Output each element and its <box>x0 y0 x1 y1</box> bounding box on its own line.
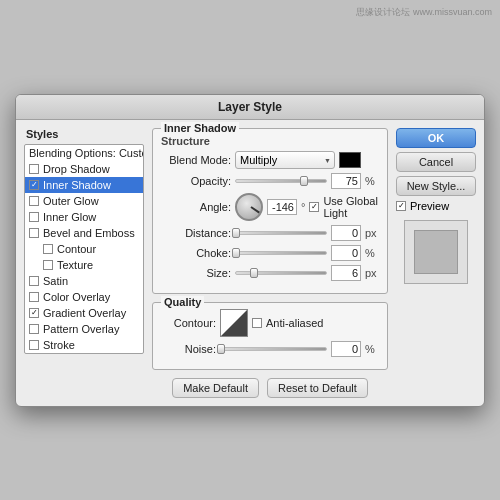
layer-style-dialog: Layer Style Styles Blending Options: Cus… <box>15 94 485 407</box>
outer-glow-checkbox[interactable] <box>29 196 39 206</box>
color-overlay-checkbox[interactable] <box>29 292 39 302</box>
satin-label: Satin <box>43 275 68 287</box>
blend-mode-row: Blend Mode: Multiply <box>161 151 379 169</box>
pattern-overlay-label: Pattern Overlay <box>43 323 119 335</box>
preview-row: Preview <box>396 200 476 212</box>
new-style-button[interactable]: New Style... <box>396 176 476 196</box>
anti-alias-checkbox[interactable] <box>252 318 262 328</box>
style-item-stroke[interactable]: Stroke <box>25 337 143 353</box>
size-label: Size: <box>161 267 231 279</box>
style-item-color-overlay[interactable]: Color Overlay <box>25 289 143 305</box>
stroke-checkbox[interactable] <box>29 340 39 350</box>
angle-input[interactable] <box>267 199 297 215</box>
dial-line <box>250 206 259 213</box>
blending-label: Blending Options: Custom <box>29 147 144 159</box>
inner-shadow-section-title: Inner Shadow <box>161 122 239 134</box>
blend-mode-label: Blend Mode: <box>161 154 231 166</box>
stroke-label: Stroke <box>43 339 75 351</box>
angle-label: Angle: <box>161 201 231 213</box>
size-slider[interactable] <box>235 271 327 275</box>
inner-shadow-section: Inner Shadow Structure Blend Mode: Multi… <box>152 128 388 294</box>
blend-mode-select-wrapper[interactable]: Multiply <box>235 151 335 169</box>
quality-section-title: Quality <box>161 296 204 308</box>
size-unit: px <box>365 267 379 279</box>
opacity-label: Opacity: <box>161 175 231 187</box>
opacity-slider[interactable] <box>235 179 327 183</box>
anti-alias-label: Anti-aliased <box>266 317 323 329</box>
drop-shadow-checkbox[interactable] <box>29 164 39 174</box>
style-item-outer-glow[interactable]: Outer Glow <box>25 193 143 209</box>
ok-button[interactable]: OK <box>396 128 476 148</box>
texture-label: Texture <box>57 259 93 271</box>
structure-label: Structure <box>161 135 379 147</box>
angle-deg: ° <box>301 201 305 213</box>
noise-unit: % <box>365 343 379 355</box>
global-light-label: Use Global Light <box>323 195 379 219</box>
right-panel: OK Cancel New Style... Preview <box>396 128 476 398</box>
inner-shadow-checkbox[interactable] <box>29 180 39 190</box>
style-item-inner-shadow[interactable]: Inner Shadow <box>25 177 143 193</box>
choke-unit: % <box>365 247 379 259</box>
size-input[interactable] <box>331 265 361 281</box>
contour-row: Contour: Anti-aliased <box>161 309 379 337</box>
distance-input[interactable] <box>331 225 361 241</box>
styles-list: Blending Options: Custom Drop Shadow Inn… <box>24 144 144 354</box>
dialog-title: Layer Style <box>16 95 484 120</box>
inner-shadow-label: Inner Shadow <box>43 179 111 191</box>
preview-swatch <box>414 230 458 274</box>
gradient-overlay-checkbox[interactable] <box>29 308 39 318</box>
style-item-contour[interactable]: Contour <box>25 241 143 257</box>
distance-label: Distance: <box>161 227 231 239</box>
noise-input[interactable] <box>331 341 361 357</box>
inner-glow-label: Inner Glow <box>43 211 96 223</box>
choke-label: Choke: <box>161 247 231 259</box>
reset-default-button[interactable]: Reset to Default <box>267 378 368 398</box>
contour-label: Contour: <box>161 317 216 329</box>
texture-checkbox[interactable] <box>43 260 53 270</box>
quality-section: Quality Contour: Anti-aliased Nois <box>152 302 388 370</box>
styles-panel: Styles Blending Options: Custom Drop Sha… <box>24 128 144 398</box>
choke-input[interactable] <box>331 245 361 261</box>
choke-slider[interactable] <box>235 251 327 255</box>
bottom-buttons: Make Default Reset to Default <box>152 378 388 398</box>
satin-checkbox[interactable] <box>29 276 39 286</box>
style-item-gradient-overlay[interactable]: Gradient Overlay <box>25 305 143 321</box>
style-item-drop-shadow[interactable]: Drop Shadow <box>25 161 143 177</box>
pattern-overlay-checkbox[interactable] <box>29 324 39 334</box>
distance-slider[interactable] <box>235 231 327 235</box>
contour-label: Contour <box>57 243 96 255</box>
contour-checkbox[interactable] <box>43 244 53 254</box>
blend-color-swatch[interactable] <box>339 152 361 168</box>
inner-glow-checkbox[interactable] <box>29 212 39 222</box>
global-light-checkbox[interactable] <box>309 202 319 212</box>
noise-label: Noise: <box>161 343 216 355</box>
distance-unit: px <box>365 227 379 239</box>
angle-dial[interactable] <box>235 193 263 221</box>
blend-mode-select[interactable]: Multiply <box>235 151 335 169</box>
opacity-input[interactable] <box>331 173 361 189</box>
opacity-unit: % <box>365 175 379 187</box>
noise-slider[interactable] <box>220 347 327 351</box>
choke-row: Choke: % <box>161 245 379 261</box>
gradient-overlay-label: Gradient Overlay <box>43 307 126 319</box>
contour-thumbnail[interactable] <box>220 309 248 337</box>
preview-checkbox[interactable] <box>396 201 406 211</box>
cancel-button[interactable]: Cancel <box>396 152 476 172</box>
distance-row: Distance: px <box>161 225 379 241</box>
style-item-blending[interactable]: Blending Options: Custom <box>25 145 143 161</box>
noise-row: Noise: % <box>161 341 379 357</box>
angle-row: Angle: ° Use Global Light <box>161 193 379 221</box>
color-overlay-label: Color Overlay <box>43 291 110 303</box>
make-default-button[interactable]: Make Default <box>172 378 259 398</box>
style-item-texture[interactable]: Texture <box>25 257 143 273</box>
bevel-emboss-checkbox[interactable] <box>29 228 39 238</box>
style-item-bevel-emboss[interactable]: Bevel and Emboss <box>25 225 143 241</box>
preview-label: Preview <box>410 200 449 212</box>
style-item-satin[interactable]: Satin <box>25 273 143 289</box>
size-row: Size: px <box>161 265 379 281</box>
dialog-body: Styles Blending Options: Custom Drop Sha… <box>16 120 484 406</box>
center-panel: Inner Shadow Structure Blend Mode: Multi… <box>152 128 388 398</box>
style-item-inner-glow[interactable]: Inner Glow <box>25 209 143 225</box>
preview-area <box>404 220 468 284</box>
style-item-pattern-overlay[interactable]: Pattern Overlay <box>25 321 143 337</box>
